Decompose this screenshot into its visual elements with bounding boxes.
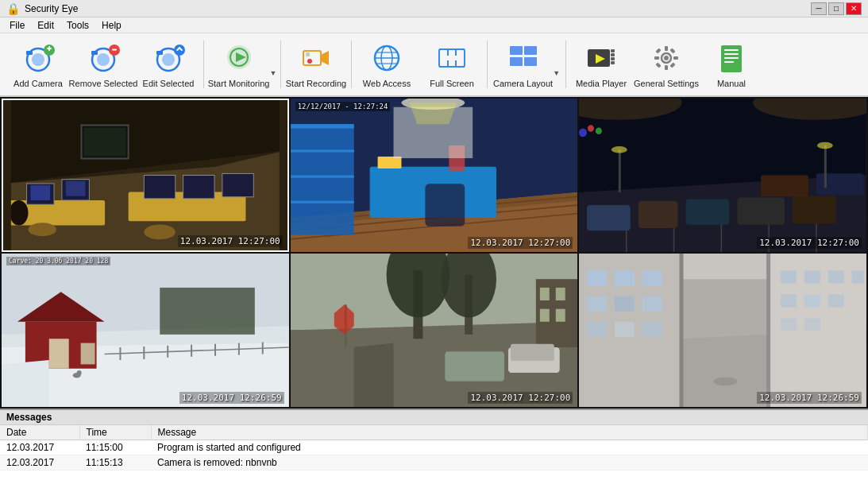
svg-rect-32 — [524, 57, 537, 66]
svg-rect-109 — [824, 145, 827, 188]
camera-cell-1[interactable]: 12.03.2017 12:27:00 — [2, 99, 289, 252]
camera-cell-3[interactable]: 12.03.2017 12:27:00 — [579, 99, 866, 252]
svg-rect-179 — [680, 254, 684, 407]
remove-selected-icon — [84, 41, 122, 76]
start-recording-icon — [297, 41, 335, 76]
media-player-button[interactable]: Media Player — [569, 37, 633, 92]
svg-point-22 — [307, 59, 312, 64]
svg-point-111 — [579, 129, 587, 137]
camera-layout-icon — [504, 37, 542, 76]
svg-rect-170 — [852, 270, 864, 283]
layout-dropdown-arrow[interactable]: ▼ — [553, 69, 560, 77]
svg-rect-37 — [611, 57, 615, 60]
cell-message: Program is started and configured — [151, 440, 868, 455]
minimize-button[interactable]: ─ — [811, 2, 827, 15]
svg-marker-135 — [353, 343, 393, 407]
edit-selected-button[interactable]: Edit Selected — [137, 37, 200, 92]
svg-rect-52 — [724, 57, 739, 59]
svg-marker-130 — [2, 360, 49, 407]
camera-2-top-info: 12/12/2017 - 12:27:24 — [295, 102, 391, 111]
svg-rect-53 — [724, 61, 734, 63]
svg-rect-63 — [144, 176, 175, 199]
restore-button[interactable]: □ — [828, 2, 844, 15]
svg-rect-30 — [524, 46, 537, 55]
svg-rect-31 — [510, 57, 523, 66]
svg-rect-104 — [816, 173, 864, 195]
web-access-button[interactable]: Web Access — [355, 37, 419, 92]
add-camera-button[interactable]: Add Camera — [6, 37, 70, 92]
svg-rect-175 — [804, 318, 820, 331]
edit-selected-icon — [149, 41, 187, 76]
camera-layout-button[interactable]: Camera Layout ▼ — [491, 37, 562, 92]
camera-cell-5[interactable]: 12.03.2017 12:27:00 — [291, 254, 578, 407]
svg-point-112 — [588, 125, 594, 132]
monitoring-dropdown-arrow[interactable]: ▼ — [269, 69, 276, 77]
svg-rect-29 — [510, 46, 523, 55]
svg-rect-50 — [724, 49, 739, 51]
svg-rect-100 — [686, 199, 730, 225]
svg-rect-10 — [112, 49, 117, 51]
svg-rect-121 — [81, 343, 95, 365]
svg-point-14 — [174, 45, 185, 56]
separator-2 — [280, 41, 281, 88]
svg-point-132 — [77, 370, 82, 375]
camera-4-timestamp: 12.03.2017 12:26:59 — [179, 392, 284, 404]
messages-table[interactable]: Date Time Message 12.03.2017 11:15:00 Pr… — [0, 425, 868, 488]
svg-rect-8 — [91, 51, 98, 55]
menu-tools[interactable]: Tools — [60, 18, 95, 33]
camera-2-timestamp: 12.03.2017 12:27:00 — [468, 237, 573, 249]
svg-rect-62 — [66, 181, 86, 196]
svg-rect-60 — [30, 185, 50, 200]
svg-rect-51 — [724, 53, 739, 55]
svg-rect-145 — [445, 351, 504, 381]
svg-rect-64 — [183, 176, 214, 199]
svg-rect-81 — [291, 149, 354, 152]
svg-point-113 — [596, 127, 602, 134]
svg-rect-36 — [611, 53, 615, 56]
menu-file[interactable]: File — [3, 18, 31, 33]
start-recording-label: Start Recording — [286, 79, 346, 88]
start-monitoring-button[interactable]: Start Monitoring ▼ — [207, 37, 277, 92]
camera-6-timestamp: 12.03.2017 12:26:59 — [757, 392, 862, 404]
svg-rect-141 — [540, 288, 550, 300]
svg-point-68 — [29, 223, 56, 236]
svg-rect-168 — [804, 270, 820, 283]
web-access-icon — [368, 41, 406, 76]
separator-4 — [487, 41, 488, 88]
messages-header: Messages — [0, 410, 868, 425]
svg-rect-72 — [280, 100, 287, 250]
separator-3 — [351, 41, 352, 88]
camera-cell-2[interactable]: 12/12/2017 - 12:27:24 12.03.2017 12:27:0… — [291, 99, 578, 252]
edit-selected-label: Edit Selected — [143, 79, 195, 88]
svg-rect-180 — [766, 254, 770, 407]
menu-edit[interactable]: Edit — [31, 18, 60, 33]
svg-rect-169 — [828, 270, 844, 283]
svg-point-70 — [10, 200, 29, 226]
svg-rect-71 — [3, 100, 11, 250]
manual-button[interactable]: Manual — [700, 37, 763, 92]
messages-panel: Messages Date Time Message 12.03.2017 11… — [0, 409, 868, 488]
separator-5 — [565, 41, 566, 88]
close-button[interactable]: ✕ — [846, 2, 862, 15]
cell-message: Camera is removed: nbnvnb — [151, 455, 868, 471]
remove-selected-label: Remove Selected — [69, 79, 138, 88]
svg-rect-164 — [615, 322, 635, 337]
svg-rect-2 — [26, 51, 33, 55]
remove-selected-button[interactable]: Remove Selected — [71, 37, 135, 92]
svg-rect-101 — [738, 197, 785, 224]
menu-help[interactable]: Help — [95, 18, 128, 33]
start-monitoring-label: Start Monitoring — [208, 79, 270, 88]
camera-cell-4[interactable]: Carve: 20 3.06 2017 20 128 12.03.2017 12… — [2, 254, 289, 407]
media-player-icon — [582, 41, 620, 76]
svg-rect-83 — [291, 201, 354, 203]
app-icon: 🔒 — [6, 2, 20, 15]
full-screen-icon — [433, 41, 471, 76]
svg-rect-43 — [654, 56, 659, 60]
general-settings-label: General Settings — [634, 79, 699, 88]
start-recording-button[interactable]: Start Recording — [284, 37, 348, 92]
full-screen-button[interactable]: Full Screen — [420, 37, 484, 92]
general-settings-button[interactable]: General Settings — [635, 37, 698, 92]
svg-rect-67 — [83, 128, 125, 157]
camera-cell-6[interactable]: 12.03.2017 12:26:59 — [579, 254, 866, 407]
table-row: 12.03.2017 11:15:13 Camera is removed: n… — [0, 455, 868, 471]
